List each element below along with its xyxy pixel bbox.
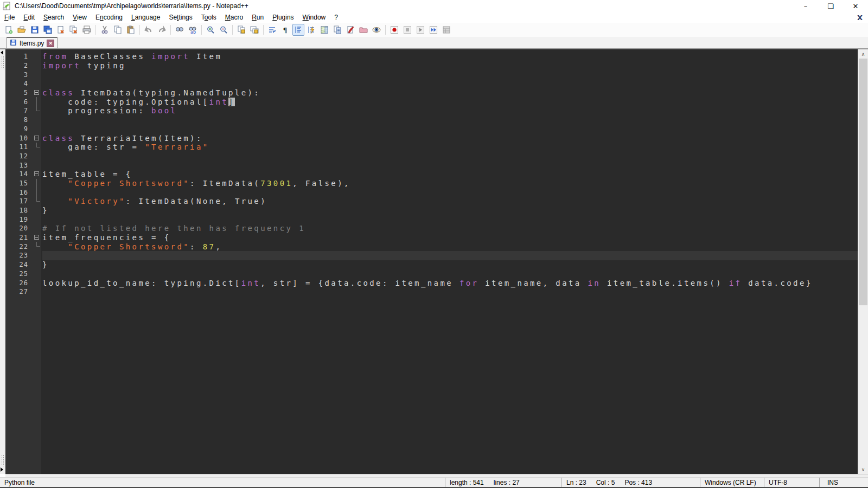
code-line-3[interactable]: 3	[5, 70, 858, 79]
menu-help[interactable]: ?	[330, 12, 342, 22]
document-close-x[interactable]: X	[857, 14, 863, 22]
code-line-5[interactable]: 5class ItemData(typing.NamedTuple):	[5, 88, 858, 98]
splitter-collapse-icon[interactable]	[1, 50, 3, 55]
zoom-out-icon[interactable]	[218, 24, 229, 36]
show-all-characters-icon[interactable]: ¶	[279, 24, 291, 36]
code-line-16[interactable]: 16	[5, 188, 858, 197]
tab-items.py[interactable]: Items.py✕	[7, 37, 58, 48]
line-number[interactable]: 15	[5, 179, 33, 187]
save-all-icon[interactable]	[42, 24, 54, 36]
fold-collapse-icon[interactable]	[33, 133, 42, 143]
code-line-19[interactable]: 19	[5, 215, 858, 224]
code-line-14[interactable]: 14item_table = {	[5, 170, 858, 179]
code-text[interactable]: # If not listed here then has frequency …	[42, 224, 858, 233]
code-line-6[interactable]: 6 code: typing.Optional[int]	[5, 97, 858, 106]
menu-view[interactable]: View	[68, 12, 91, 22]
code-text[interactable]: lookup_id_to_name: typing.Dict[int, str]…	[42, 278, 858, 287]
paste-icon[interactable]	[125, 24, 137, 36]
code-text[interactable]	[42, 188, 858, 197]
code-line-12[interactable]: 12	[5, 152, 858, 161]
code-text[interactable]	[42, 115, 858, 125]
code-text[interactable]	[42, 287, 858, 297]
menu-file[interactable]: File	[0, 12, 19, 22]
code-text[interactable]	[42, 79, 858, 88]
code-line-24[interactable]: 24}	[5, 260, 858, 269]
macro-save-icon[interactable]	[441, 24, 452, 36]
line-number[interactable]: 24	[5, 261, 33, 268]
line-number[interactable]: 19	[5, 216, 33, 223]
code-text[interactable]	[42, 70, 858, 79]
code-editor[interactable]: 1from BaseClasses import Item2import typ…	[5, 49, 858, 474]
line-number[interactable]: 17	[5, 197, 33, 205]
macro-play-icon[interactable]	[414, 24, 426, 36]
code-text[interactable]: "Copper Shortsword": 87,	[42, 242, 858, 251]
line-number[interactable]: 14	[5, 170, 33, 178]
column-editor-icon[interactable]	[344, 24, 356, 36]
code-line-25[interactable]: 25	[5, 269, 858, 279]
code-text[interactable]: }	[42, 206, 858, 215]
code-text[interactable]: item_frequencies = {	[42, 233, 858, 242]
line-number[interactable]: 6	[5, 98, 33, 106]
splitter-grip[interactable]	[1, 454, 4, 466]
line-number[interactable]: 10	[5, 134, 33, 142]
menu-macro[interactable]: Macro	[221, 12, 247, 22]
function-list-icon[interactable]	[305, 24, 317, 36]
line-number[interactable]: 2	[5, 62, 33, 69]
code-text[interactable]	[42, 160, 858, 170]
code-line-13[interactable]: 13	[5, 160, 858, 170]
menu-settings[interactable]: Settings	[164, 12, 196, 22]
indent-guide-icon[interactable]	[292, 24, 304, 36]
code-text[interactable]: "Copper Shortsword": ItemData(73001, Fal…	[42, 179, 858, 188]
redo-icon[interactable]	[156, 24, 168, 36]
fold-collapse-icon[interactable]	[33, 88, 42, 98]
code-line-11[interactable]: 11 game: str = "Terraria"	[5, 143, 858, 152]
code-text[interactable]: code: typing.Optional[int]	[42, 97, 858, 106]
code-text[interactable]: import typing	[42, 61, 858, 70]
menu-plugins[interactable]: Plugins	[268, 12, 298, 22]
restore-button[interactable]: ❏	[818, 0, 843, 12]
line-number[interactable]: 18	[5, 207, 33, 214]
menu-encoding[interactable]: Encoding	[91, 12, 127, 22]
code-text[interactable]: game: str = "Terraria"	[42, 143, 858, 152]
code-text[interactable]	[42, 269, 858, 279]
code-line-20[interactable]: 20# If not listed here then has frequenc…	[5, 224, 858, 233]
splitter-expand-icon[interactable]	[1, 467, 3, 472]
scrollbar-thumb[interactable]	[859, 59, 867, 305]
code-line-17[interactable]: 17 "Victory": ItemData(None, True)	[5, 197, 858, 206]
code-line-1[interactable]: 1from BaseClasses import Item	[5, 52, 858, 61]
menu-language[interactable]: Language	[127, 12, 164, 22]
line-number[interactable]: 8	[5, 116, 33, 124]
code-line-22[interactable]: 22 "Copper Shortsword": 87,	[5, 242, 858, 251]
menu-tools[interactable]: Tools	[197, 12, 221, 22]
menu-run[interactable]: Run	[247, 12, 268, 22]
line-number[interactable]: 5	[5, 89, 33, 97]
folder-workspace-icon[interactable]	[358, 24, 369, 36]
word-wrap-icon[interactable]	[266, 24, 278, 36]
line-number[interactable]: 23	[5, 252, 33, 259]
code-text[interactable]: item_table = {	[42, 170, 858, 179]
code-line-15[interactable]: 15 "Copper Shortsword": ItemData(73001, …	[5, 179, 858, 188]
cut-icon[interactable]	[99, 24, 111, 36]
code-text[interactable]: class TerrariaItem(Item):	[42, 133, 858, 143]
close-icon[interactable]	[55, 24, 67, 36]
code-line-23[interactable]: 23	[5, 251, 858, 260]
minimize-button[interactable]: –	[793, 0, 818, 12]
copy-icon[interactable]	[112, 24, 124, 36]
fold-collapse-icon[interactable]	[33, 170, 42, 179]
close-all-icon[interactable]	[68, 24, 80, 36]
line-number[interactable]: 7	[5, 107, 33, 114]
code-text[interactable]: from BaseClasses import Item	[42, 52, 858, 61]
code-line-26[interactable]: 26lookup_id_to_name: typing.Dict[int, st…	[5, 278, 858, 287]
line-number[interactable]: 16	[5, 189, 33, 196]
code-line-8[interactable]: 8	[5, 115, 858, 125]
document-list-icon[interactable]	[331, 24, 343, 36]
code-text[interactable]	[42, 215, 858, 224]
line-number[interactable]: 11	[5, 143, 33, 151]
code-line-27[interactable]: 27	[5, 287, 858, 297]
tab-close-icon[interactable]: ✕	[47, 40, 54, 47]
code-text[interactable]: }	[42, 260, 858, 269]
code-text[interactable]: "Victory": ItemData(None, True)	[42, 197, 858, 206]
code-line-18[interactable]: 18}	[5, 206, 858, 215]
scroll-up-icon[interactable]: ∧	[858, 49, 868, 59]
splitter-grip[interactable]	[1, 56, 4, 68]
